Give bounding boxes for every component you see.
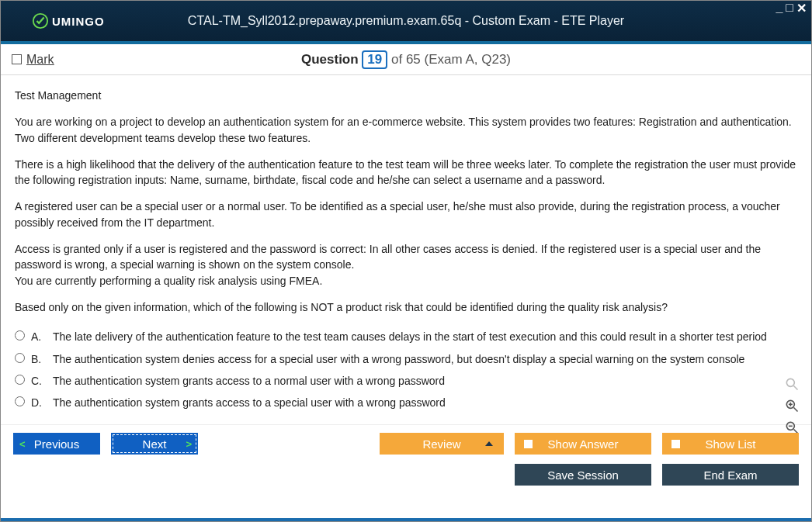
- question-stem: Based only on the given information, whi…: [15, 299, 797, 315]
- window-title: CTAL-TM_Syll2012.prepaway.premium.exam.6…: [1, 14, 811, 28]
- show-answer-button[interactable]: Show Answer: [515, 433, 651, 455]
- radio-icon[interactable]: [15, 353, 25, 363]
- question-indicator: Question 19 of 65 (Exam A, Q23): [1, 50, 811, 69]
- chevron-left-icon: <: [19, 438, 26, 450]
- topic-line: Test Management: [15, 88, 797, 103]
- option-letter: D.: [31, 395, 47, 410]
- answer-option[interactable]: D.The authentication system grants acces…: [15, 392, 797, 413]
- checkbox-icon: [671, 440, 680, 448]
- option-text: The authentication system grants access …: [53, 395, 446, 410]
- check-icon: [32, 12, 49, 29]
- radio-icon[interactable]: [15, 330, 25, 341]
- paragraph: There is a high likelihood that the deli…: [15, 157, 797, 188]
- svg-line-2: [794, 386, 798, 390]
- logo-text: UMINGO: [52, 15, 105, 28]
- mark-checkbox[interactable]: [12, 54, 22, 64]
- mark-label: Mark: [26, 53, 54, 66]
- svg-point-1: [786, 379, 794, 386]
- radio-icon[interactable]: [15, 396, 25, 406]
- app-logo: UMINGO: [32, 12, 105, 29]
- save-session-button[interactable]: Save Session: [515, 464, 651, 486]
- next-button[interactable]: Next >: [111, 433, 198, 455]
- paragraph: You are currently performing a quality r…: [15, 273, 797, 289]
- answer-options: A.The late delivery of the authenticatio…: [15, 326, 797, 413]
- maximize-button[interactable]: □: [786, 1, 793, 16]
- show-list-button[interactable]: Show List: [662, 433, 799, 455]
- chevron-up-icon: [485, 441, 493, 446]
- option-letter: B.: [31, 351, 47, 367]
- radio-icon[interactable]: [15, 375, 25, 385]
- question-content: Test Management You are working on a pro…: [1, 75, 811, 424]
- zoom-in-icon[interactable]: [783, 397, 800, 414]
- option-text: The authentication system grants access …: [53, 373, 445, 389]
- question-number-input[interactable]: 19: [362, 50, 387, 69]
- mark-toggle[interactable]: Mark: [12, 53, 54, 67]
- close-button[interactable]: ✕: [796, 1, 807, 16]
- search-icon[interactable]: [783, 375, 800, 392]
- paragraph: You are working on a project to develop …: [15, 114, 797, 146]
- paragraph: A registered user can be a special user …: [15, 199, 797, 230]
- bottom-border: [1, 518, 811, 521]
- option-text: The authentication system denies access …: [53, 351, 744, 367]
- option-text: The late delivery of the authentication …: [53, 329, 767, 344]
- answer-option[interactable]: B.The authentication system denies acces…: [15, 348, 797, 370]
- answer-option[interactable]: A.The late delivery of the authenticatio…: [15, 326, 797, 347]
- question-header: Mark Question 19 of 65 (Exam A, Q23): [1, 44, 811, 75]
- option-letter: C.: [31, 373, 47, 389]
- end-exam-button[interactable]: End Exam: [662, 464, 799, 486]
- option-letter: A.: [31, 329, 47, 344]
- previous-button[interactable]: < Previous: [13, 433, 100, 455]
- paragraph: Access is granted only if a user is regi…: [15, 241, 797, 273]
- checkbox-icon: [524, 440, 533, 448]
- minimize-button[interactable]: _: [776, 1, 783, 16]
- answer-option[interactable]: C.The authentication system grants acces…: [15, 370, 797, 392]
- chevron-right-icon: >: [186, 438, 192, 450]
- title-bar: UMINGO CTAL-TM_Syll2012.prepaway.premium…: [1, 1, 811, 44]
- svg-line-4: [794, 408, 798, 412]
- review-button[interactable]: Review: [380, 433, 504, 455]
